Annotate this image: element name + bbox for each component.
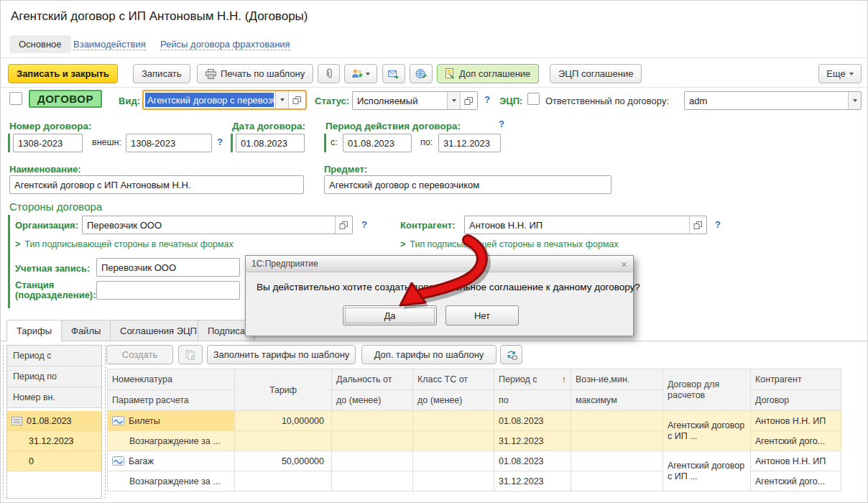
responsible-combo[interactable]: adm [684, 91, 862, 110]
ecp-checkbox[interactable] [527, 93, 540, 105]
dialog-titlebar[interactable]: 1С:Предприятие × [246, 256, 633, 272]
name-field[interactable]: Агентский договор с ИП Антоновым Н.Н. [9, 175, 304, 194]
cell-distance[interactable] [332, 411, 413, 431]
save-button[interactable]: Записать [133, 64, 190, 83]
copy-button[interactable] [178, 345, 203, 364]
send-email-button[interactable] [382, 64, 405, 83]
cell-class[interactable] [413, 411, 494, 431]
period-from-header[interactable]: Период с [7, 346, 101, 366]
fill-tariffs-button[interactable]: Заполнить тарифы по шаблону [207, 345, 356, 364]
contractor-field[interactable]: Антонов Н.Н. ИП [464, 216, 707, 234]
period-from-field[interactable]: 01.08.2023 [343, 134, 412, 152]
internal-number-cell[interactable]: 0 [7, 451, 101, 471]
col-class-to[interactable]: до (менее) [413, 390, 494, 411]
add-contact-button[interactable] [344, 64, 377, 83]
cell-calc-contract[interactable]: Агентский договор с ИП ... [663, 451, 751, 492]
account-field[interactable]: Перевозчик ООО [96, 258, 240, 277]
vid-dropdown-button[interactable] [275, 91, 288, 109]
cell-nomenclature[interactable]: Билеты [108, 411, 235, 431]
col-calc-contract[interactable]: Договор для расчетов [663, 369, 751, 411]
col-contractor[interactable]: Контрагент [751, 369, 841, 390]
sign-type-link-contractor[interactable]: >Тип подписывающей стороны в печатных фо… [400, 239, 619, 249]
print-template-button[interactable]: Печать по шаблону [197, 64, 313, 83]
cell-empty[interactable] [571, 471, 663, 492]
cell-period-from[interactable]: 01.08.2023 [494, 451, 571, 471]
number-help-link[interactable]: ? [217, 137, 223, 147]
contract-date-field[interactable]: 01.08.2023 [236, 134, 305, 152]
cell-period-to[interactable]: 31.12.2023 [494, 431, 571, 451]
period-help-link[interactable]: ? [499, 119, 504, 129]
extra-tariffs-button[interactable]: Доп. тарифы по шаблону [361, 345, 497, 364]
tab-tariffs[interactable]: Тарифы [6, 320, 62, 341]
contractor-help-link[interactable]: ? [715, 219, 721, 230]
col-fee-max[interactable]: максимум [571, 390, 663, 411]
col-period-from[interactable]: Период с↑ [494, 369, 571, 390]
internal-number-header[interactable]: Номер вн. [7, 387, 101, 408]
vid-open-button[interactable] [288, 91, 305, 109]
contract-number-field[interactable]: 1308-2023 [13, 134, 83, 152]
cell-contract[interactable]: Агентский дого... [751, 471, 841, 492]
organization-open-button[interactable] [335, 216, 352, 234]
ecp-agreement-button[interactable]: ЭЦП соглашение [550, 64, 642, 83]
vid-combo[interactable]: Агентский договор с перевозчи [142, 90, 307, 110]
refresh-button[interactable] [500, 345, 522, 364]
responsible-dropdown-button[interactable] [848, 92, 861, 109]
cell-contract[interactable]: Агентский дого... [751, 431, 841, 451]
cell-calc-param[interactable]: Вознаграждение за ... [108, 471, 235, 492]
table-row[interactable]: Билеты 10,000000 01.08.2023 Агентский до… [108, 411, 841, 431]
header-checkbox[interactable] [9, 92, 22, 105]
col-class-from[interactable]: Класс ТС от [413, 369, 494, 390]
col-tariff[interactable]: Тариф [235, 369, 332, 411]
period-to-header[interactable]: Период по [7, 366, 101, 387]
yes-button[interactable]: Да [343, 305, 437, 326]
organization-field[interactable]: Перевозчик ООО [82, 216, 353, 234]
cell-empty[interactable] [413, 431, 494, 451]
period-to-field[interactable]: 31.12.2023 [438, 134, 501, 152]
col-period-to[interactable]: по [494, 390, 571, 411]
tab-voyages[interactable]: Рейсы договора фрахтования [160, 39, 290, 50]
pane-splitter[interactable] [3, 345, 4, 499]
organization-value[interactable]: Перевозчик ООО [83, 216, 335, 234]
cell-contractor[interactable]: Антонов Н.Н. ИП [751, 451, 841, 471]
station-field[interactable] [96, 281, 240, 300]
web-refresh-button[interactable] [410, 64, 433, 83]
cell-empty[interactable] [332, 431, 413, 451]
external-number-field[interactable]: 1308-2023 [126, 134, 212, 152]
col-calc-param[interactable]: Параметр расчета [108, 390, 235, 411]
cell-fee[interactable] [571, 411, 663, 431]
sign-type-link-org[interactable]: >Тип подписывающей стороны в печатных фо… [15, 239, 234, 249]
cell-contractor[interactable]: Антонов Н.Н. ИП [751, 411, 841, 431]
no-button[interactable]: Нет [445, 305, 519, 326]
col-nomenclature[interactable]: Номенклатура [108, 369, 235, 390]
pane-splitter[interactable] [105, 345, 106, 499]
table-row[interactable]: Багаж 50,000000 01.08.2023 Агентский дог… [108, 451, 841, 471]
status-value[interactable]: Исполняемый [353, 92, 447, 109]
cell-calc-contract[interactable]: Агентский договор с ИП ... [663, 411, 751, 451]
cell-empty[interactable] [332, 471, 413, 492]
dop-agreement-button[interactable]: Доп соглашение [437, 64, 539, 83]
organization-help-link[interactable]: ? [361, 219, 367, 230]
period-to-cell[interactable]: 31.12.2023 [7, 431, 101, 451]
subject-field[interactable]: Агентский договор с перевозчиком [324, 175, 611, 194]
col-fee-min[interactable]: Возн-ие,мин. [571, 369, 663, 390]
status-dropdown-button[interactable] [447, 92, 460, 109]
cell-period-from[interactable]: 01.08.2023 [494, 411, 571, 431]
cell-tariff[interactable]: 50,000000 [235, 451, 332, 471]
close-icon[interactable]: × [621, 259, 627, 269]
status-combo[interactable]: Исполняемый [352, 91, 478, 110]
cell-tariff[interactable]: 10,000000 [235, 411, 332, 431]
status-help-link[interactable]: ? [484, 94, 490, 105]
attachments-button[interactable] [318, 64, 340, 83]
contractor-open-button[interactable] [689, 216, 706, 234]
cell-distance[interactable] [332, 451, 413, 471]
tab-files[interactable]: Файлы [61, 320, 111, 341]
cell-nomenclature[interactable]: Багаж [108, 451, 235, 471]
save-and-close-button[interactable]: Записать и закрыть [8, 64, 118, 83]
col-distance-to[interactable]: до (менее) [332, 390, 413, 411]
tab-ecp-agreements[interactable]: Соглашения ЭЦП [110, 320, 207, 341]
cell-empty[interactable] [235, 471, 332, 492]
more-button[interactable]: Еще [818, 64, 862, 83]
contractor-value[interactable]: Антонов Н.Н. ИП [465, 216, 689, 234]
cell-class[interactable] [413, 451, 494, 471]
responsible-value[interactable]: adm [685, 92, 848, 109]
